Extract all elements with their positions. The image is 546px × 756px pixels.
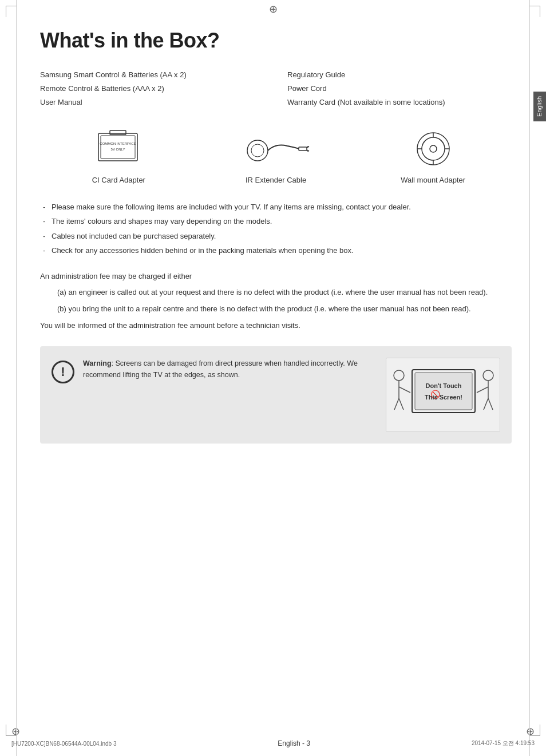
footer-right: 2014-07-15 오전 4:19:53: [472, 739, 535, 747]
svg-rect-4: [110, 130, 126, 134]
divider-left: [16, 0, 17, 756]
corner-mark-tr: [529, 6, 540, 17]
svg-point-13: [422, 137, 445, 160]
svg-point-11: [307, 151, 308, 152]
product-wall-mount: Wall mount Adapter: [354, 129, 512, 184]
product-ci-card: COMMON INTERFACE 5V ONLY CI Card Adapter: [40, 129, 197, 184]
warning-text: Warning: Screens can be damaged from dir…: [83, 358, 377, 381]
note-2: The items' colours and shapes may vary d…: [40, 216, 512, 227]
notes-list: Please make sure the following items are…: [40, 201, 512, 256]
svg-text:5V ONLY: 5V ONLY: [111, 148, 125, 151]
ci-card-label: CI Card Adapter: [92, 176, 145, 184]
items-col-left: Samsung Smart Control & Batteries (AA x …: [40, 70, 264, 112]
svg-point-5: [247, 140, 268, 161]
svg-rect-21: [415, 373, 472, 410]
ci-card-image: COMMON INTERFACE 5V ONLY: [93, 129, 144, 171]
admin-intro: An administration fee may be charged if …: [40, 271, 512, 283]
svg-rect-0: [98, 133, 137, 161]
warning-icon: !: [52, 361, 74, 383]
footer-left: [HU7200-XC]BN68-06544A-00L04.indb 3: [11, 741, 116, 747]
item-2: Remote Control & Batteries (AAA x 2): [40, 84, 264, 94]
svg-text:Don't Touch: Don't Touch: [426, 382, 462, 389]
ir-cable-image: [242, 129, 310, 171]
svg-rect-1: [101, 136, 135, 159]
page-title: What's in the Box?: [40, 29, 512, 53]
crosshair-bottom-right-icon: ⊕: [526, 725, 535, 738]
admin-outro: You will be informed of the administrati…: [40, 320, 512, 332]
product-ir-cable: IR Extender Cable: [197, 129, 355, 184]
admin-point-b: (b) you bring the unit to a repair centr…: [57, 303, 512, 315]
admin-section: An administration fee may be charged if …: [40, 271, 512, 332]
svg-point-14: [430, 145, 437, 152]
divider-right: [529, 0, 530, 756]
corner-mark-tl: [6, 6, 17, 17]
wall-mount-label: Wall mount Adapter: [401, 176, 465, 184]
warning-bold: Warning: Screens can be damaged from dir…: [83, 359, 358, 379]
products-row: COMMON INTERFACE 5V ONLY CI Card Adapter: [40, 129, 512, 184]
svg-point-6: [251, 144, 264, 157]
note-1: Please make sure the following items are…: [40, 201, 512, 213]
svg-text:COMMON INTERFACE: COMMON INTERFACE: [100, 142, 136, 145]
ir-cable-label: IR Extender Cable: [246, 176, 306, 184]
items-columns: Samsung Smart Control & Batteries (AA x …: [40, 70, 512, 112]
crosshair-top-icon: ⊕: [269, 3, 278, 15]
warning-box: ! Warning: Screens can be damaged from d…: [40, 346, 512, 444]
item-6: Warranty Card (Not available in some loc…: [287, 97, 512, 108]
item-4: Regulatory Guide: [287, 70, 512, 80]
svg-text:This Screen!: This Screen!: [425, 394, 462, 401]
svg-rect-7: [299, 147, 307, 151]
wall-mount-image: [413, 129, 453, 171]
items-col-right: Regulatory Guide Power Cord Warranty Car…: [287, 70, 512, 112]
page-footer: [HU7200-XC]BN68-06544A-00L04.indb 3 Engl…: [0, 739, 546, 747]
note-4: Check for any accessories hidden behind …: [40, 245, 512, 256]
note-3: Cables not included can be purchased sep…: [40, 231, 512, 242]
item-1: Samsung Smart Control & Batteries (AA x …: [40, 70, 264, 80]
footer-center: English - 3: [278, 739, 310, 747]
warning-image: Don't Touch 🚫 This Screen!: [386, 358, 500, 432]
svg-point-10: [307, 146, 308, 147]
item-5: Power Cord: [287, 84, 512, 94]
page-container: ⊕ ⊕ ⊕ English What's in the Box? Samsung…: [0, 0, 546, 756]
item-3: User Manual: [40, 97, 264, 108]
language-tab: English: [533, 92, 546, 121]
admin-point-a: (a) an engineer is called out at your re…: [57, 287, 512, 299]
